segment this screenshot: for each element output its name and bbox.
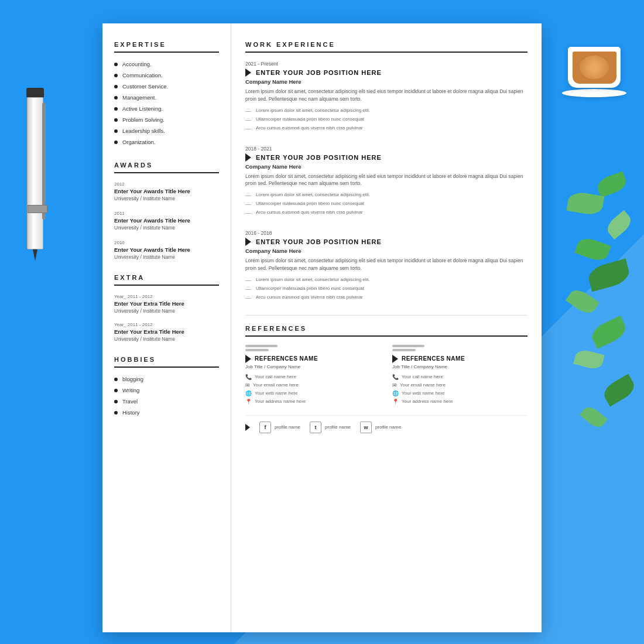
extra-year: Year_ 2011 - 2012 <box>114 322 219 327</box>
expertise-list: Accounting. Communication. Customer Serv… <box>114 61 219 145</box>
references-section: REFERENCES REFERENCES NAME Job Title / C… <box>245 325 527 433</box>
extra-item-title: Enter Your Extra Title Here <box>114 328 219 335</box>
leaf-10 <box>580 403 608 430</box>
award-year: 2010 <box>114 240 219 245</box>
list-item: —Lorem ipsum dolor sit amet, consectetur… <box>245 192 527 198</box>
bullet-dot <box>114 107 118 111</box>
leaf-4 <box>574 235 611 264</box>
work-company: Company Name Here <box>245 78 527 85</box>
work-title-row: ENTER YOUR JOB POSITION HERE <box>245 238 527 246</box>
social-item-website: w profile name <box>360 422 401 433</box>
list-item: Communication. <box>114 72 219 78</box>
social-footer: f profile name t profile name w profile … <box>245 415 527 433</box>
awards-section: AWARDS 2012 Enter Your Awards Title Here… <box>114 162 219 260</box>
award-item-3: 2010 Enter Your Awards Title Here Univer… <box>114 240 219 260</box>
social-item-facebook: f profile name <box>259 422 300 433</box>
leaf-5 <box>586 259 632 292</box>
list-item: Leadership skills. <box>114 128 219 134</box>
leaf-9 <box>600 374 638 406</box>
awards-title: AWARDS <box>114 162 219 173</box>
ref-contact-email: ✉ Your email name here <box>245 382 381 388</box>
work-experience-section: WORK EXPERIENCE 2021 - Present ENTER YOU… <box>245 41 527 301</box>
expertise-title: EXPERTISE <box>114 41 219 53</box>
email-icon: ✉ <box>245 382 250 388</box>
website-icon: w <box>360 422 372 433</box>
ref-card-1: REFERENCES NAME Job Title / Company Name… <box>245 345 381 407</box>
extra-year: Year_ 2011 - 2012 <box>114 294 219 299</box>
ref-web-text: Your web name here <box>402 390 445 396</box>
list-item: —Lorem ipsum dolor sit amet, consectetur… <box>245 277 527 283</box>
list-item: Problem Solving. <box>114 117 219 123</box>
ref-contact-email: ✉ Your email name here <box>392 382 527 388</box>
bullet-dot <box>114 63 118 66</box>
award-title: Enter Your Awards Title Here <box>114 246 219 253</box>
work-title: ENTER YOUR JOB POSITION HERE <box>256 238 382 245</box>
social-arrow-icon <box>245 424 250 431</box>
ref-address-text: Your address name here <box>255 399 306 404</box>
ref-contact-phone: 📞 Your call name here <box>245 374 381 380</box>
award-institute: Univeresity / Institute Name <box>114 196 219 201</box>
ref-email-text: Your email name here <box>253 382 299 388</box>
ref-job-title: Job Title / Company Name <box>392 364 527 369</box>
arrow-icon <box>245 153 251 162</box>
pen-body <box>27 97 43 249</box>
work-description: Lorem ipsum dolor sit amet, consectetur … <box>245 173 527 188</box>
leaf-2 <box>566 190 604 217</box>
coffee-cup <box>568 47 621 88</box>
ref-phone-text: Your call name here <box>402 374 443 379</box>
left-sidebar: EXPERTISE Accounting. Communication. Cus… <box>102 23 231 632</box>
references-grid: REFERENCES NAME Job Title / Company Name… <box>245 345 527 407</box>
facebook-icon: f <box>259 422 271 433</box>
extra-item-title: Enter Your Extra Title Here <box>114 300 219 307</box>
ref-line <box>392 345 424 347</box>
list-item: blogging <box>114 376 219 382</box>
social-item-twitter: t profile name <box>310 422 351 433</box>
coffee-surface <box>573 52 616 84</box>
bullet-dot <box>114 129 118 133</box>
work-title: ENTER YOUR JOB POSITION HERE <box>256 69 382 76</box>
award-title: Enter Your Awards Title Here <box>114 217 219 224</box>
hobbies-section: HOBBIES blogging Writing Travel History <box>114 356 219 416</box>
ref-card-2: REFERENCES NAME Job Title / Company Name… <box>392 345 527 407</box>
bullet-dot <box>114 85 118 88</box>
bullet-dot <box>114 400 118 403</box>
arrow-icon <box>245 68 251 77</box>
ref-line <box>245 349 269 351</box>
ref-line <box>245 345 278 347</box>
list-item: Travel <box>114 398 219 405</box>
coffee-handle <box>619 56 621 73</box>
leaf-8 <box>573 348 605 371</box>
hobbies-list: blogging Writing Travel History <box>114 376 219 416</box>
award-institute: Univeresity / Institute Name <box>114 225 219 231</box>
arrow-icon <box>245 238 251 246</box>
pen-decoration <box>18 88 53 293</box>
facebook-profile-name: profile name <box>275 424 300 430</box>
award-year: 2011 <box>114 211 219 216</box>
work-description: Lorem ipsum dolor sit amet, consectetur … <box>245 257 527 272</box>
ref-phone-text: Your call name here <box>255 374 296 379</box>
address-icon: 📍 <box>245 399 252 405</box>
list-item: Customer Service. <box>114 83 219 90</box>
extra-item-2: Year_ 2011 - 2012 Enter Your Extra Title… <box>114 322 219 342</box>
work-description: Lorem ipsum dolor sit amet, consectetur … <box>245 88 527 103</box>
bullet-dot <box>114 389 118 392</box>
bullet-dot <box>114 378 118 381</box>
ref-avatar-lines <box>392 345 527 351</box>
list-item: Active Listening. <box>114 105 219 112</box>
email-icon: ✉ <box>392 382 397 388</box>
list-item: Management. <box>114 94 219 101</box>
list-item: —Ullamcorper malesuada proin libero nunc… <box>245 117 527 123</box>
pen-band <box>28 205 47 213</box>
work-bullets: —Lorem ipsum dolor sit amet, consectetur… <box>245 277 527 301</box>
list-item: History <box>114 409 219 416</box>
work-item-1: 2021 - Present ENTER YOUR JOB POSITION H… <box>245 61 527 132</box>
work-title: ENTER YOUR JOB POSITION HERE <box>256 154 382 161</box>
work-title-row: ENTER YOUR JOB POSITION HERE <box>245 68 527 77</box>
leaf-3 <box>604 210 634 239</box>
extra-section: EXTRA Year_ 2011 - 2012 Enter Your Extra… <box>114 274 219 342</box>
coffee-decoration <box>556 29 632 100</box>
pen-cap <box>26 88 44 97</box>
work-years: 2018 - 2021 <box>245 146 527 152</box>
work-years: 2021 - Present <box>245 61 527 67</box>
award-year: 2012 <box>114 181 219 187</box>
